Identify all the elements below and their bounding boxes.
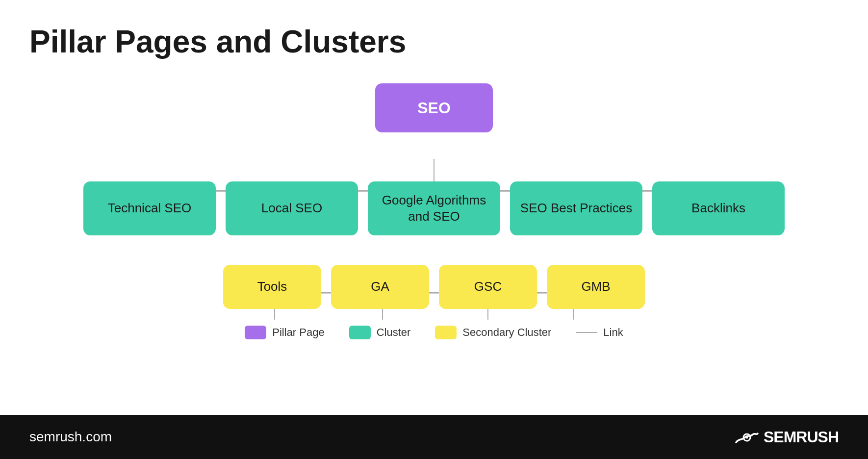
footer-domain: semrush.com xyxy=(29,429,112,445)
cluster-node-local-seo[interactable]: Local SEO xyxy=(226,181,358,235)
semrush-logo-icon xyxy=(735,429,759,445)
cluster-node-backlinks[interactable]: Backlinks xyxy=(652,181,785,235)
secondary-cluster-row: Tools GA GSC GMB xyxy=(223,265,645,309)
page-title: Pillar Pages and Clusters xyxy=(29,25,839,59)
secondary-node-gmb[interactable]: GMB xyxy=(547,265,645,309)
pillar-row: SEO xyxy=(29,83,839,132)
svg-point-14 xyxy=(745,436,748,439)
legend-link-label: Link xyxy=(603,326,623,339)
footer-brand-name: SEMRUSH xyxy=(764,428,839,446)
footer: semrush.com SEMRUSH xyxy=(0,415,868,459)
legend-link: Link xyxy=(576,326,623,339)
secondary-node-tools[interactable]: Tools xyxy=(223,265,321,309)
secondary-node-ga[interactable]: GA xyxy=(331,265,429,309)
legend-pillar-page: Pillar Page xyxy=(245,326,324,339)
cluster-node-google-algorithms[interactable]: Google Algorithmsand SEO xyxy=(368,181,500,235)
legend-cluster: Cluster xyxy=(349,326,411,339)
cluster-node-technical-seo[interactable]: Technical SEO xyxy=(83,181,216,235)
pillar-node[interactable]: SEO xyxy=(375,83,493,132)
legend-link-line xyxy=(576,332,597,333)
legend-secondary-label: Secondary Cluster xyxy=(462,326,551,339)
footer-logo: SEMRUSH xyxy=(735,428,839,446)
cluster-node-seo-best-practices[interactable]: SEO Best Practices xyxy=(510,181,642,235)
legend-cluster-label: Cluster xyxy=(377,326,411,339)
cluster-row: Technical SEO Local SEO Google Algorithm… xyxy=(29,181,839,235)
legend: Pillar Page Cluster Secondary Cluster Li… xyxy=(245,314,623,344)
legend-pillar-swatch xyxy=(245,326,266,339)
legend-secondary-swatch xyxy=(435,326,457,339)
diagram-container: SEO Technical SEO Local SEO Google Algor… xyxy=(29,78,839,400)
legend-secondary-cluster: Secondary Cluster xyxy=(435,326,551,339)
legend-cluster-swatch xyxy=(349,326,371,339)
secondary-node-gsc[interactable]: GSC xyxy=(439,265,537,309)
legend-pillar-label: Pillar Page xyxy=(272,326,324,339)
